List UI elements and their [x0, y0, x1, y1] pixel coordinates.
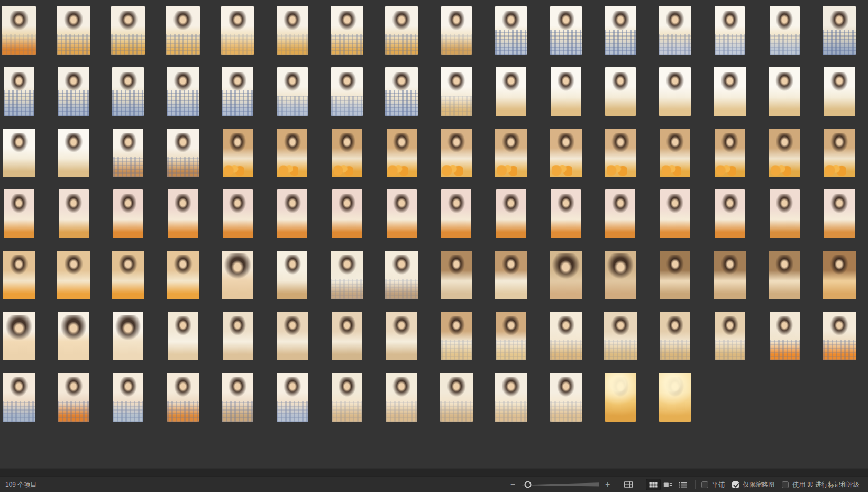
photo-thumbnail-16[interactable]: [823, 6, 856, 55]
slider-track[interactable]: [522, 482, 599, 486]
thumbnail-size-slider[interactable]: [520, 480, 600, 489]
photo-thumbnail-70[interactable]: [277, 251, 307, 299]
photo-thumbnail-85[interactable]: [223, 312, 253, 360]
photo-thumbnail-54[interactable]: [277, 189, 307, 238]
photo-thumbnail-105[interactable]: [440, 373, 473, 422]
photo-thumbnail-24[interactable]: [385, 67, 418, 116]
photo-thumbnail-61[interactable]: [660, 189, 690, 238]
photo-thumbnail-42[interactable]: [495, 129, 527, 177]
photo-thumbnail-65[interactable]: [3, 251, 35, 299]
photo-thumbnail-2[interactable]: [57, 6, 90, 55]
photo-thumbnail-4[interactable]: [166, 6, 200, 55]
photo-thumbnail-98[interactable]: [58, 373, 89, 422]
photo-thumbnail-101[interactable]: [222, 373, 253, 422]
photo-thumbnail-59[interactable]: [551, 189, 581, 238]
photo-thumbnail-89[interactable]: [441, 312, 472, 360]
photo-thumbnail-25[interactable]: [441, 67, 472, 116]
photo-thumbnail-5[interactable]: [221, 6, 254, 55]
photo-thumbnail-100[interactable]: [167, 373, 199, 422]
photo-thumbnail-44[interactable]: [605, 129, 636, 177]
photo-thumbnail-11[interactable]: [550, 6, 582, 55]
photo-thumbnail-55[interactable]: [332, 189, 362, 238]
photo-thumbnail-86[interactable]: [277, 312, 308, 360]
zoom-in-button[interactable]: +: [604, 480, 611, 489]
photo-thumbnail-41[interactable]: [441, 129, 472, 177]
photo-thumbnail-13[interactable]: [659, 6, 691, 55]
photo-thumbnail-107[interactable]: [550, 373, 582, 422]
photo-thumbnail-28[interactable]: [605, 67, 636, 116]
photo-thumbnail-31[interactable]: [769, 67, 800, 116]
photo-thumbnail-19[interactable]: [112, 67, 144, 116]
use-cmd-rating-checkbox-group[interactable]: 使用 ⌘ 进行标记和评级: [782, 480, 860, 489]
photo-thumbnail-90[interactable]: [496, 312, 526, 360]
photo-thumbnail-15[interactable]: [770, 6, 800, 55]
photo-thumbnail-81[interactable]: [3, 312, 35, 360]
photo-thumbnail-76[interactable]: [605, 251, 636, 299]
use-cmd-rating-checkbox[interactable]: [782, 481, 789, 488]
photo-thumbnail-29[interactable]: [659, 67, 691, 116]
photo-thumbnail-94[interactable]: [715, 312, 745, 360]
photo-thumbnail-88[interactable]: [386, 312, 417, 360]
photo-thumbnail-36[interactable]: [167, 129, 199, 177]
photo-thumbnail-78[interactable]: [714, 251, 746, 299]
photo-thumbnail-14[interactable]: [715, 6, 745, 55]
photo-thumbnail-106[interactable]: [495, 373, 527, 422]
photo-thumbnail-27[interactable]: [551, 67, 581, 116]
view-mode-list-button[interactable]: [675, 479, 690, 490]
photo-thumbnail-99[interactable]: [113, 373, 143, 422]
photo-thumbnail-97[interactable]: [3, 373, 35, 422]
photo-thumbnail-92[interactable]: [604, 312, 637, 360]
photo-thumbnail-48[interactable]: [824, 129, 855, 177]
photo-thumbnail-32[interactable]: [824, 67, 855, 116]
photo-thumbnail-33[interactable]: [3, 129, 35, 177]
photo-thumbnail-67[interactable]: [112, 251, 144, 299]
photo-thumbnail-91[interactable]: [550, 312, 582, 360]
photo-thumbnail-22[interactable]: [277, 67, 308, 116]
photo-thumbnail-73[interactable]: [441, 251, 472, 299]
photo-thumbnail-62[interactable]: [715, 189, 745, 238]
photo-thumbnail-34[interactable]: [58, 129, 89, 177]
photo-thumbnail-20[interactable]: [167, 67, 199, 116]
zoom-out-button[interactable]: −: [509, 480, 516, 489]
thumbnails-only-checkbox[interactable]: [732, 481, 739, 488]
thumbnails-only-checkbox-group[interactable]: 仅限缩略图: [732, 480, 774, 489]
photo-thumbnail-8[interactable]: [385, 6, 418, 55]
photo-thumbnail-53[interactable]: [223, 189, 253, 238]
view-mode-thumbnail-grid-button[interactable]: [646, 479, 661, 490]
photo-thumbnail-18[interactable]: [58, 67, 89, 116]
photo-thumbnail-66[interactable]: [57, 251, 90, 299]
photo-thumbnail-49[interactable]: [4, 189, 34, 238]
photo-thumbnail-52[interactable]: [168, 189, 198, 238]
photo-thumbnail-17[interactable]: [4, 67, 34, 116]
photo-thumbnail-12[interactable]: [605, 6, 636, 55]
photo-thumbnail-69[interactable]: [222, 251, 253, 299]
photo-thumbnail-57[interactable]: [441, 189, 471, 238]
photo-thumbnail-83[interactable]: [113, 312, 143, 360]
photo-thumbnail-9[interactable]: [441, 6, 472, 55]
view-mode-grid-overview-button[interactable]: [621, 479, 636, 490]
photo-thumbnail-26[interactable]: [496, 67, 526, 116]
photo-thumbnail-35[interactable]: [113, 129, 143, 177]
photo-thumbnail-21[interactable]: [222, 67, 253, 116]
photo-thumbnail-39[interactable]: [332, 129, 362, 177]
photo-thumbnail-10[interactable]: [495, 6, 527, 55]
photo-thumbnail-3[interactable]: [111, 6, 145, 55]
photo-thumbnail-56[interactable]: [387, 189, 417, 238]
tile-checkbox[interactable]: [701, 481, 708, 488]
photo-thumbnail-109[interactable]: [659, 373, 691, 422]
photo-thumbnail-30[interactable]: [714, 67, 746, 116]
slider-knob[interactable]: [525, 482, 531, 488]
photo-thumbnail-38[interactable]: [277, 129, 307, 177]
photo-thumbnail-46[interactable]: [715, 129, 745, 177]
photo-thumbnail-60[interactable]: [605, 189, 635, 238]
photo-thumbnail-82[interactable]: [58, 312, 89, 360]
photo-thumbnail-1[interactable]: [2, 6, 36, 55]
photo-thumbnail-103[interactable]: [332, 373, 362, 422]
photo-thumbnail-104[interactable]: [386, 373, 417, 422]
photo-thumbnail-71[interactable]: [331, 251, 363, 299]
photo-thumbnail-84[interactable]: [168, 312, 198, 360]
photo-thumbnail-74[interactable]: [495, 251, 527, 299]
photo-thumbnail-93[interactable]: [660, 312, 690, 360]
tile-checkbox-group[interactable]: 平铺: [701, 480, 725, 489]
photo-thumbnail-51[interactable]: [113, 189, 143, 238]
